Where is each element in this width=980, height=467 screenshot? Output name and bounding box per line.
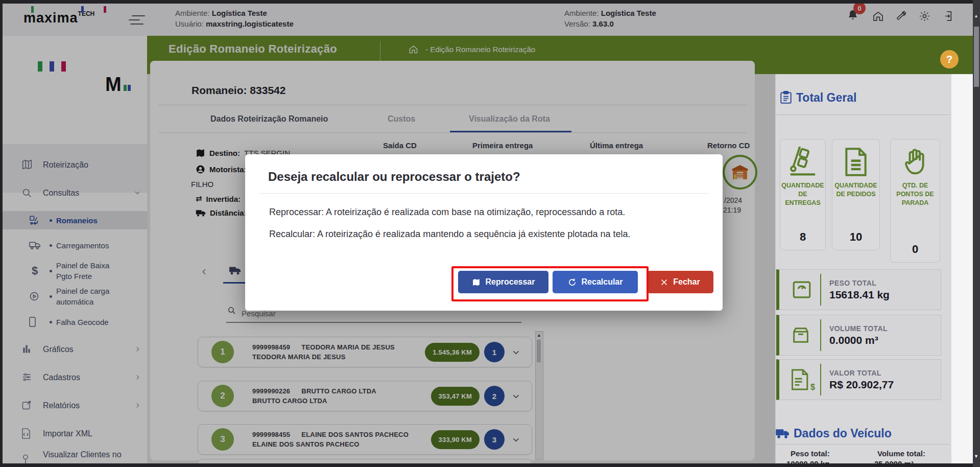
total-value: 0.0000 m³ <box>829 334 888 346</box>
document-icon <box>843 148 869 176</box>
hand-truck-icon <box>788 147 818 176</box>
total-row-valor: $ VALOR TOTAL R$ 20.902,77 <box>776 359 941 400</box>
vehicle-peso-label: Peso total: <box>791 449 830 458</box>
total-value: 15618.41 kg <box>829 289 890 301</box>
scroll-down-arrow[interactable]: ▼ <box>974 454 978 459</box>
total-geral-panel: Total Geral QUANTIDADE DE ENTREGAS 8 QUA… <box>775 74 973 463</box>
invoice-dollar-icon: $ <box>791 368 813 391</box>
total-label: VALOR TOTAL <box>829 369 894 377</box>
stat-card-pedidos: QUANTIDADE DE PEDIDOS 10 <box>832 139 880 250</box>
window-edge-left <box>0 0 3 467</box>
divider <box>820 274 821 306</box>
dialog-description-reprocessar: Reprocessar: A roteirização é realizada … <box>269 207 625 218</box>
total-row-volume: VOLUME TOTAL 0.0000 m³ <box>776 315 941 356</box>
dialog-title: Deseja recalcular ou reprocessar o traje… <box>268 170 520 184</box>
clipboard-icon <box>780 91 792 104</box>
truck-icon <box>775 428 790 439</box>
app-screen: maximaTECH Ambiente: Logística Teste Usu… <box>0 0 980 467</box>
close-x-icon <box>660 278 668 286</box>
scrollbar-thumb[interactable] <box>974 27 979 87</box>
scale-icon <box>791 279 813 300</box>
divider <box>259 193 708 194</box>
dialog-description-recalcular: Recalcular: A roteirização é realizada m… <box>269 229 630 240</box>
box-icon <box>791 324 813 346</box>
total-label: VOLUME TOTAL <box>829 324 888 333</box>
vehicle-volume-label: Volume total: <box>877 449 925 458</box>
total-row-peso: PESO TOTAL 15618.41 kg <box>776 269 941 310</box>
stat-value: 8 <box>800 230 806 244</box>
stat-card-entregas: QUANTIDADE DE ENTREGAS 8 <box>780 139 826 250</box>
total-geral-title: Total Geral <box>796 91 856 105</box>
divider <box>820 319 821 351</box>
stat-value: 10 <box>850 230 862 244</box>
dados-veiculo-title: Dados do Veículo <box>794 427 892 440</box>
fechar-button[interactable]: Fechar <box>647 271 713 293</box>
window-edge-top <box>0 0 980 4</box>
hand-stop-icon <box>901 147 929 176</box>
window-scrollbar[interactable]: ▲ ▼ <box>973 0 980 467</box>
help-button[interactable]: ? <box>940 50 959 68</box>
divider <box>775 444 950 445</box>
stat-card-pontos-parada: QTD. DE PONTOS DE PARADA 0 <box>890 139 940 263</box>
window-edge-bottom <box>0 463 980 467</box>
stat-value: 0 <box>912 243 918 256</box>
scroll-up-arrow[interactable]: ▲ <box>974 13 978 18</box>
panel-background <box>776 74 951 463</box>
total-label: PESO TOTAL <box>829 279 890 287</box>
divider <box>820 364 821 395</box>
divider <box>776 114 950 115</box>
annotation-highlight-box <box>451 266 649 301</box>
total-value: R$ 20.902,77 <box>829 379 894 391</box>
